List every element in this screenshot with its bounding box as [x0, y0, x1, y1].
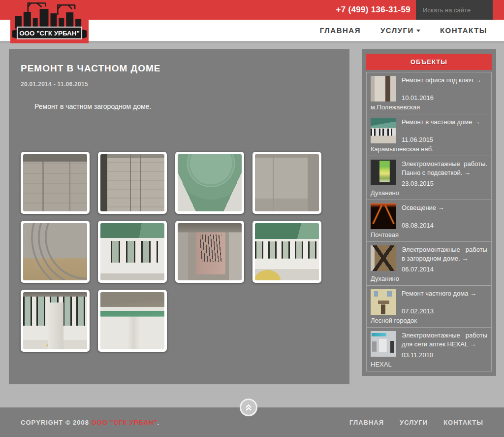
- project-date-range: 20.01.2014 - 11.06.2015: [21, 81, 338, 88]
- footer-nav-item[interactable]: ГЛАВНАЯ: [349, 419, 384, 426]
- object-location: Духанино: [371, 275, 487, 282]
- object-location: Духанино: [371, 189, 487, 197]
- object-title-link[interactable]: Ремонт в частном доме →: [402, 118, 487, 127]
- double-chevron-up-icon: [244, 403, 253, 412]
- object-thumbnail: [371, 160, 396, 185]
- gallery-photo-green-ceiling-circle[interactable]: [175, 152, 244, 214]
- content-area: РЕМОНТ В ЧАСТНОМ ДОМЕ 20.01.2014 - 11.06…: [0, 43, 504, 407]
- phone-number: +7 (499) 136-31-59: [336, 0, 410, 20]
- object-thumbnail: [371, 203, 396, 229]
- gallery-photo-bay-window-room[interactable]: [252, 221, 321, 283]
- search-input[interactable]: [416, 0, 493, 20]
- sidebar-object-item[interactable]: Освещение →08.08.2014Почтовая: [366, 200, 492, 242]
- copyright-suffix: .: [158, 419, 160, 426]
- construction-skyline-icon: ООО "СГК УРБАН": [10, 0, 89, 43]
- sidebar-object-item[interactable]: Электромонтажные работы для сети аптек H…: [366, 327, 492, 371]
- object-thumbnail: [371, 331, 396, 357]
- gallery-photo-conduit-bundle-near-floor[interactable]: [21, 221, 90, 283]
- block-wall-with-conduits-image: [23, 154, 87, 211]
- nav-item-services[interactable]: УСЛУГИ: [380, 26, 420, 34]
- sidebar-object-item[interactable]: Ремонт частного дома →07.02.2013Лесной г…: [366, 285, 492, 328]
- nav-item-home[interactable]: ГЛАВНАЯ: [320, 26, 361, 34]
- object-title-link[interactable]: Электромонтажные работы. Панно с подсвет…: [402, 160, 487, 177]
- object-date: 11.06.2015: [402, 136, 487, 143]
- conduit-bundle-near-floor-image: [23, 223, 87, 280]
- object-thumbnail: [371, 76, 396, 101]
- object-date: 08.08.2014: [402, 222, 487, 229]
- plastered-room-with-conduits-image: [255, 154, 319, 211]
- sidebar-object-item[interactable]: Электромонтажные работы в загородном дом…: [366, 241, 492, 286]
- object-location: Лесной городок: [371, 317, 487, 324]
- room-windows-green-ceiling-image: [100, 223, 164, 280]
- footer-nav: ГЛАВНАЯУСЛУГИКОНТАКТЫ: [349, 419, 483, 426]
- object-thumbnail: [371, 289, 396, 315]
- object-title-link[interactable]: Ремонт частного дома →: [402, 289, 487, 298]
- chevron-down-icon: [416, 30, 420, 32]
- object-date: 03.11.2010: [402, 351, 487, 359]
- sidebar-object-item[interactable]: Ремонт в частном доме →11.06.2015Карамыш…: [366, 114, 492, 156]
- object-location: Карамышевская наб.: [371, 145, 487, 153]
- gallery-photo-wall-with-hanging-wires[interactable]: [98, 152, 167, 214]
- gallery-photo-windows-and-white-column[interactable]: [21, 290, 90, 352]
- gallery-photo-green-drywall-band-on-wall[interactable]: [98, 290, 167, 352]
- green-drywall-band-on-wall-image: [100, 292, 164, 349]
- nav-home-label: ГЛАВНАЯ: [320, 26, 361, 34]
- gallery-photo-plastered-room-with-conduits[interactable]: [252, 152, 321, 214]
- project-description: Ремонт в частном загородном доме.: [21, 102, 338, 110]
- object-title-link[interactable]: Электромонтажные работы в загородном дом…: [402, 245, 487, 263]
- nav-contacts-label: КОНТАКТЫ: [440, 26, 487, 34]
- copyright-text: COPYRIGHT © 2008 ООО "СГК УРБАН".: [21, 419, 159, 426]
- site-header: +7 (499) 136-31-59 ГЛАВНАЯ УСЛУГИ КОНТАК…: [0, 0, 504, 43]
- object-thumbnail: [371, 245, 396, 271]
- footer-nav-item[interactable]: УСЛУГИ: [400, 419, 428, 426]
- page-title: РЕМОНТ В ЧАСТНОМ ДОМЕ: [21, 63, 338, 74]
- sidebar-object-item[interactable]: Ремонт офиса под ключ →10.01.2016м.Полеж…: [366, 72, 492, 114]
- nav-item-contacts[interactable]: КОНТАКТЫ: [440, 26, 487, 34]
- object-date: 06.07.2014: [402, 266, 487, 273]
- object-location: HEXAL: [371, 361, 487, 368]
- company-logo[interactable]: ООО "СГК УРБАН": [10, 0, 89, 43]
- windows-and-white-column-image: [23, 292, 87, 349]
- gallery-grid: [21, 152, 338, 352]
- sidebar-title: ОБЪЕКТЫ: [366, 54, 492, 70]
- copyright-brand-link[interactable]: ООО "СГК УРБАН": [92, 419, 158, 426]
- site-footer: COPYRIGHT © 2008 ООО "СГК УРБАН". ГЛАВНА…: [0, 407, 504, 437]
- object-date: 07.02.2013: [402, 307, 487, 315]
- shaft-with-hanging-cables-image: [178, 223, 242, 280]
- wall-with-hanging-wires-image: [100, 154, 164, 211]
- object-date: 23.03.2015: [402, 180, 487, 187]
- scroll-to-top-button[interactable]: [240, 399, 257, 416]
- logo-text: ООО "СГК УРБАН": [19, 30, 80, 37]
- object-thumbnail: [371, 118, 396, 143]
- green-ceiling-circle-image: [178, 154, 242, 211]
- object-location: м.Полежаевская: [371, 103, 487, 111]
- copyright-prefix: COPYRIGHT © 2008: [21, 419, 92, 426]
- bay-window-room-image: [255, 223, 319, 280]
- object-title-link[interactable]: Электромонтажные работы для сети аптек H…: [402, 331, 487, 348]
- gallery-photo-room-windows-green-ceiling[interactable]: [98, 221, 167, 283]
- object-location: Почтовая: [371, 231, 487, 238]
- object-title-link[interactable]: Ремонт офиса под ключ →: [402, 76, 487, 85]
- project-article: РЕМОНТ В ЧАСТНОМ ДОМЕ 20.01.2014 - 11.06…: [9, 49, 349, 384]
- gallery-photo-block-wall-with-conduits[interactable]: [21, 152, 90, 214]
- gallery-photo-shaft-with-hanging-cables[interactable]: [175, 221, 244, 283]
- sidebar-object-item[interactable]: Электромонтажные работы. Панно с подсвет…: [366, 156, 492, 200]
- object-title-link[interactable]: Освещение →: [402, 203, 487, 212]
- footer-nav-item[interactable]: КОНТАКТЫ: [443, 419, 483, 426]
- objects-sidebar: ОБЪЕКТЫ Ремонт офиса под ключ →10.01.201…: [362, 49, 496, 376]
- object-date: 10.01.2016: [402, 94, 487, 101]
- sidebar-items: Ремонт офиса под ключ →10.01.2016м.Полеж…: [366, 72, 492, 371]
- nav-services-label: УСЛУГИ: [380, 26, 414, 34]
